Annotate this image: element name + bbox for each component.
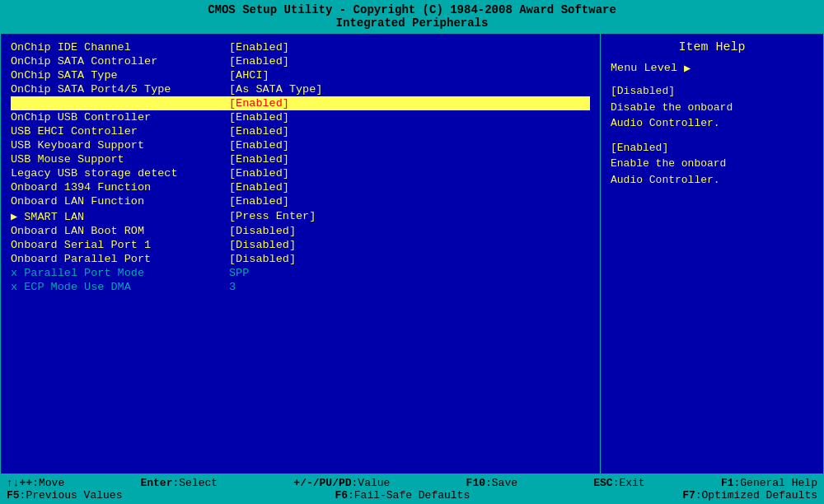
menu-value-7: [Enabled] xyxy=(229,139,289,152)
menu-row-8[interactable]: USB Mouse Support[Enabled] xyxy=(11,152,590,166)
footer-item-footer-row1-0: ↑↓++:Move xyxy=(7,477,64,489)
footer-item-footer-row1-3: F10:Save xyxy=(466,477,517,489)
menu-label-17: x ECP Mode Use DMA xyxy=(11,281,229,293)
menu-value-0: [Enabled] xyxy=(229,41,289,54)
menu-row-12[interactable]: SMART LAN[Press Enter] xyxy=(11,208,590,224)
header: CMOS Setup Utility - Copyright (C) 1984-… xyxy=(0,0,824,33)
menu-row-6[interactable]: USB EHCI Controller[Enabled] xyxy=(11,124,590,138)
menu-level-row: Menu Level ▶ xyxy=(611,61,813,75)
menu-value-13: [Disabled] xyxy=(229,225,296,237)
menu-row-13[interactable]: Onboard LAN Boot ROM[Disabled] xyxy=(11,224,590,238)
menu-row-10[interactable]: Onboard 1394 Function[Enabled] xyxy=(11,180,590,194)
item-help-title: Item Help xyxy=(611,40,813,54)
help-line-0-1: Audio Controller. xyxy=(611,115,813,132)
menu-label-14: Onboard Serial Port 1 xyxy=(11,239,229,251)
bios-screen: CMOS Setup Utility - Copyright (C) 1984-… xyxy=(0,0,824,504)
menu-row-7[interactable]: USB Keyboard Support[Enabled] xyxy=(11,138,590,152)
menu-value-2: [AHCI] xyxy=(229,69,269,82)
footer-row1: ↑↓++:MoveEnter:Select+/-/PU/PD:ValueF10:… xyxy=(7,477,817,489)
menu-label-0: OnChip IDE Channel xyxy=(11,41,229,54)
main-content: OnChip IDE Channel[Enabled]OnChip SATA C… xyxy=(0,33,824,474)
menu-value-15: [Disabled] xyxy=(229,253,296,265)
help-blocks: [Disabled]Disable the onboardAudio Contr… xyxy=(611,83,813,188)
menu-value-8: [Enabled] xyxy=(229,153,289,166)
menu-label-7: USB Keyboard Support xyxy=(11,139,229,152)
menu-label-12: SMART LAN xyxy=(11,209,229,223)
menu-row-15[interactable]: Onboard Parallel Port[Disabled] xyxy=(11,252,590,266)
menu-value-11: [Enabled] xyxy=(229,195,289,208)
menu-label-6: USB EHCI Controller xyxy=(11,125,229,138)
menu-value-17: 3 xyxy=(229,281,236,293)
menu-row-16[interactable]: x Parallel Port ModeSPP xyxy=(11,266,590,280)
menu-value-6: [Enabled] xyxy=(229,125,289,138)
left-panel: OnChip IDE Channel[Enabled]OnChip SATA C… xyxy=(1,34,601,474)
help-line-0-0: Disable the onboard xyxy=(611,100,813,116)
menu-level-arrow: ▶ xyxy=(684,61,691,75)
footer-item-footer-row2-2: F7:Optimized Defaults xyxy=(682,489,817,502)
footer: ↑↓++:MoveEnter:Select+/-/PU/PD:ValueF10:… xyxy=(0,474,824,504)
menu-label-16: x Parallel Port Mode xyxy=(11,267,229,279)
menu-label-4: Onboard Audio Function xyxy=(11,97,229,110)
red-value: Enabled xyxy=(236,97,283,110)
header-line2: Integrated Peripherals xyxy=(0,16,824,30)
footer-item-footer-row1-4: ESC:Exit xyxy=(593,477,644,489)
menu-value-9: [Enabled] xyxy=(229,167,289,180)
menu-row-17[interactable]: x ECP Mode Use DMA3 xyxy=(11,280,590,294)
menu-label-15: Onboard Parallel Port xyxy=(11,253,229,265)
menu-row-1[interactable]: OnChip SATA Controller[Enabled] xyxy=(11,54,590,68)
menu-value-1: [Enabled] xyxy=(229,55,289,68)
footer-item-footer-row1-5: F1:General Help xyxy=(721,477,817,489)
menu-level-label: Menu Level xyxy=(611,62,677,74)
help-block-0: [Disabled]Disable the onboardAudio Contr… xyxy=(611,83,813,132)
right-panel: Item Help Menu Level ▶ [Disabled]Disable… xyxy=(601,34,823,474)
menu-label-2: OnChip SATA Type xyxy=(11,69,229,82)
menu-label-1: OnChip SATA Controller xyxy=(11,55,229,68)
help-line-1-0: Enable the onboard xyxy=(611,156,813,172)
footer-item-footer-row1-1: Enter:Select xyxy=(140,477,218,489)
menu-label-11: Onboard LAN Function xyxy=(11,195,229,208)
menu-row-5[interactable]: OnChip USB Controller[Enabled] xyxy=(11,110,590,124)
menu-row-2[interactable]: OnChip SATA Type[AHCI] xyxy=(11,68,590,82)
help-block-1: [Enabled]Enable the onboardAudio Control… xyxy=(611,140,813,189)
menu-row-0[interactable]: OnChip IDE Channel[Enabled] xyxy=(11,40,590,54)
menu-row-9[interactable]: Legacy USB storage detect[Enabled] xyxy=(11,166,590,180)
footer-item-footer-row1-2: +/-/PU/PD:Value xyxy=(293,477,390,489)
menu-label-3: OnChip SATA Port4/5 Type xyxy=(11,83,229,96)
menu-label-13: Onboard LAN Boot ROM xyxy=(11,225,229,237)
help-block-value-0: [Disabled] xyxy=(611,83,813,100)
menu-row-14[interactable]: Onboard Serial Port 1[Disabled] xyxy=(11,238,590,252)
footer-item-footer-row2-1: F6:Fail-Safe Defaults xyxy=(335,489,470,502)
footer-row2: F5:Previous ValuesF6:Fail-Safe DefaultsF… xyxy=(7,489,817,502)
menu-row-11[interactable]: Onboard LAN Function[Enabled] xyxy=(11,194,590,208)
menu-label-9: Legacy USB storage detect xyxy=(11,167,229,180)
footer-item-footer-row2-0: F5:Previous Values xyxy=(7,489,122,502)
menu-value-3: [As SATA Type] xyxy=(229,83,322,96)
help-line-1-1: Audio Controller. xyxy=(611,172,813,189)
menu-label-8: USB Mouse Support xyxy=(11,153,229,166)
menu-label-10: Onboard 1394 Function xyxy=(11,181,229,194)
menu-value-12: [Press Enter] xyxy=(229,210,316,222)
menu-value-5: [Enabled] xyxy=(229,111,289,124)
header-line1: CMOS Setup Utility - Copyright (C) 1984-… xyxy=(0,3,824,16)
menu-value-10: [Enabled] xyxy=(229,181,289,194)
menu-label-5: OnChip USB Controller xyxy=(11,111,229,124)
menu-row-4[interactable]: Onboard Audio Function[Enabled] xyxy=(11,96,590,110)
menu-value-14: [Disabled] xyxy=(229,239,296,251)
menu-row-3[interactable]: OnChip SATA Port4/5 Type[As SATA Type] xyxy=(11,82,590,96)
menu-value-4: [Enabled] xyxy=(229,97,289,110)
menu-value-16: SPP xyxy=(229,267,249,279)
help-block-value-1: [Enabled] xyxy=(611,140,813,156)
